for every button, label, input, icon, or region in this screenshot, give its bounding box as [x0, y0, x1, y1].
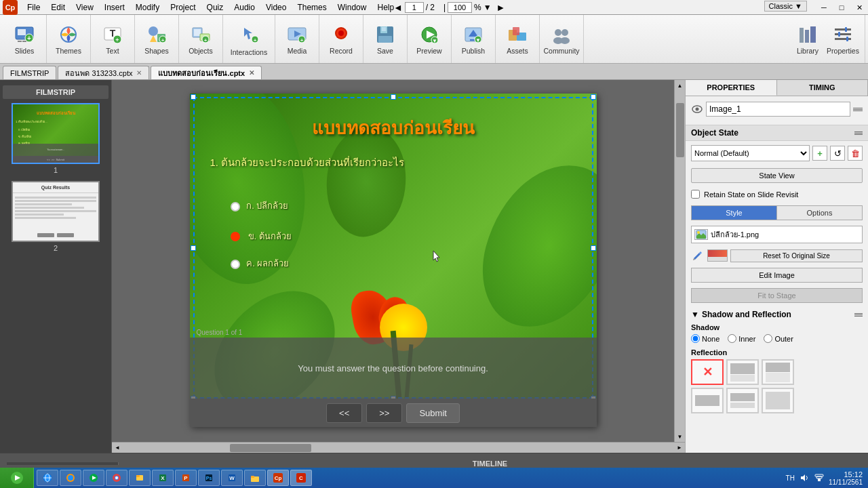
options-btn[interactable]: Options [777, 205, 863, 220]
color-swatch[interactable] [707, 249, 728, 262]
slide-thumb-1[interactable]: แบบทดสอบก่อนเรียน 1. ต้นกล้วยจะประกอบด้ว… [3, 103, 108, 174]
properties-menu-btn[interactable] [853, 108, 863, 111]
visibility-icon[interactable] [691, 103, 703, 115]
record-btn[interactable]: Record [323, 18, 359, 60]
vscroll-down[interactable]: ▼ [677, 432, 683, 441]
interactions-btn[interactable]: + Interactions [227, 18, 271, 60]
themes-btn[interactable]: Themes [51, 18, 86, 60]
menu-audio[interactable]: Audio [229, 1, 260, 14]
v-scrollbar[interactable]: ▲ ▼ [674, 80, 685, 442]
state-menu-btn[interactable] [854, 131, 863, 135]
reflection-half-option[interactable] [726, 359, 759, 385]
state-dropdown[interactable]: Normal (Default) [691, 145, 810, 161]
properties-btn[interactable]: Properties [825, 18, 861, 60]
vscroll-thumb[interactable] [676, 103, 684, 157]
taskbar-ie[interactable] [37, 470, 58, 486]
maximize-btn[interactable]: □ [833, 0, 850, 15]
section-collapse-icon[interactable]: ▼ [691, 310, 699, 319]
timing-tab[interactable]: TIMING [777, 80, 869, 96]
menu-edit[interactable]: Edit [45, 1, 71, 14]
media-btn[interactable]: + Media [279, 18, 315, 60]
objects-btn[interactable]: + Objects [183, 18, 218, 60]
properties-tab[interactable]: PROPERTIES [686, 80, 777, 96]
shapes-btn[interactable]: + Shapes [139, 18, 174, 60]
state-view-btn[interactable]: State View [691, 168, 863, 183]
reflection-opt6[interactable] [762, 388, 794, 413]
reflection-full-option[interactable] [762, 359, 794, 385]
shadow-inner-radio[interactable] [728, 334, 736, 343]
menu-window[interactable]: Window [332, 1, 372, 14]
pencil-icon[interactable] [691, 249, 705, 262]
page-prev-btn[interactable]: ◄ [393, 2, 403, 13]
taskbar-app2[interactable]: C [290, 470, 312, 486]
menu-themes[interactable]: Themes [292, 1, 332, 14]
zoom-dropdown-btn[interactable]: ▼ [484, 3, 492, 12]
save-btn[interactable]: Save [368, 18, 403, 60]
tray-network-icon[interactable] [814, 472, 825, 483]
h-scrollbar[interactable]: ◄ ► [112, 442, 685, 453]
menu-quiz[interactable]: Quiz [201, 1, 229, 14]
page-next-btn[interactable]: ► [496, 2, 506, 13]
taskbar-ps[interactable]: Ps [198, 470, 220, 486]
taskbar-captivate[interactable]: Cp [267, 470, 289, 486]
delete-state-btn[interactable]: 🗑 [848, 146, 863, 161]
hscroll-right[interactable]: ► [675, 445, 684, 451]
taskbar-folder[interactable] [244, 470, 266, 486]
taskbar-explorer[interactable] [129, 470, 151, 486]
reflection-opt4[interactable] [691, 388, 724, 413]
shadow-none-radio[interactable] [691, 334, 700, 343]
shadow-outer-radio[interactable] [764, 334, 772, 343]
taskbar-firefox[interactable] [60, 470, 81, 486]
shadow-outer-option[interactable]: Outer [764, 334, 793, 343]
vscroll-up[interactable]: ▲ [677, 81, 683, 89]
nav-prev-btn[interactable]: << [326, 403, 362, 423]
zoom-input[interactable] [448, 2, 472, 13]
nav-submit-btn[interactable]: Submit [406, 403, 459, 423]
hscroll-thumb[interactable] [230, 444, 311, 452]
menu-modify[interactable]: Modify [130, 1, 165, 14]
reset-size-btn[interactable]: Reset To Original Size [730, 249, 863, 262]
file2-tab-close[interactable]: ✕ [249, 69, 254, 77]
filmstrip-tab[interactable]: FILMSTRIP [3, 66, 56, 79]
library-btn[interactable]: Library [790, 18, 825, 60]
reflection-opt5[interactable] [726, 388, 759, 413]
file2-tab[interactable]: แบบทดสอบก่อนเรียน.cptx ✕ [151, 66, 262, 79]
taskbar-media[interactable] [83, 470, 104, 486]
shadow-menu-btn[interactable] [854, 313, 863, 317]
assets-btn[interactable]: Assets [500, 18, 535, 60]
file1-tab-close[interactable]: ✕ [136, 69, 142, 77]
reset-state-btn[interactable]: ↺ [830, 146, 845, 161]
taskbar-excel[interactable]: X [152, 470, 174, 486]
taskbar-chrome[interactable] [106, 470, 127, 486]
reflection-none-option[interactable]: ✕ [691, 359, 724, 385]
nav-next-btn[interactable]: >> [366, 403, 402, 423]
shadow-inner-option[interactable]: Inner [728, 334, 755, 343]
close-btn[interactable]: ✕ [850, 0, 868, 15]
taskbar-clock[interactable]: 15:12 11/11/2561 [829, 470, 863, 486]
slides-btn[interactable]: + Slides [7, 18, 42, 60]
publish-btn[interactable]: ▼ Publish [456, 18, 491, 60]
file1-tab[interactable]: สอนพด 313233.cptx ✕ [58, 66, 149, 79]
menu-view[interactable]: View [71, 1, 99, 14]
menu-project[interactable]: Project [165, 1, 201, 14]
edit-image-btn[interactable]: Edit Image [691, 268, 863, 283]
taskbar-word[interactable]: W [221, 470, 243, 486]
preview-btn[interactable]: ▼ Preview [412, 18, 447, 60]
taskbar-ppt[interactable]: P [175, 470, 197, 486]
menu-video[interactable]: Video [260, 1, 292, 14]
style-btn[interactable]: Style [691, 205, 777, 220]
add-state-btn[interactable]: + [812, 146, 827, 161]
page-current-input[interactable] [405, 2, 424, 13]
object-name-input[interactable] [706, 102, 850, 117]
hscroll-left[interactable]: ◄ [113, 445, 121, 451]
shadow-none-option[interactable]: None [691, 334, 719, 343]
start-button[interactable] [0, 468, 34, 488]
classic-mode-btn[interactable]: Classic ▼ [764, 1, 807, 12]
tray-sound-icon[interactable] [799, 472, 810, 483]
menu-insert[interactable]: Insert [99, 1, 130, 14]
retain-state-checkbox[interactable] [691, 190, 700, 199]
menu-file[interactable]: File [22, 1, 45, 14]
minimize-btn[interactable]: ─ [815, 0, 833, 15]
slide-thumb-2[interactable]: Quiz Results 2 [3, 181, 108, 252]
community-btn[interactable]: Community [544, 18, 579, 60]
